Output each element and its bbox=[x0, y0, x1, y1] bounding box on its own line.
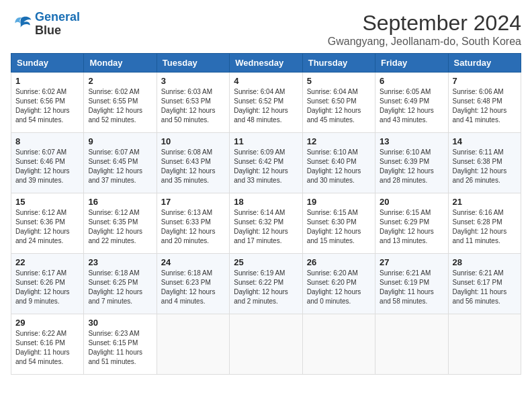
week-row-2: 8Sunrise: 6:07 AMSunset: 6:46 PMDaylight… bbox=[11, 133, 521, 193]
calendar-cell bbox=[230, 314, 302, 375]
calendar-cell bbox=[157, 314, 229, 375]
day-info: Sunrise: 6:03 AMSunset: 6:53 PMDaylight:… bbox=[161, 87, 225, 125]
day-info: Sunrise: 6:13 AMSunset: 6:33 PMDaylight:… bbox=[161, 208, 225, 246]
calendar-cell: 5Sunrise: 6:04 AMSunset: 6:50 PMDaylight… bbox=[302, 73, 375, 133]
calendar-cell: 4Sunrise: 6:04 AMSunset: 6:52 PMDaylight… bbox=[230, 73, 302, 133]
day-info: Sunrise: 6:12 AMSunset: 6:36 PMDaylight:… bbox=[15, 208, 79, 246]
day-number: 27 bbox=[380, 257, 443, 267]
week-row-4: 22Sunrise: 6:17 AMSunset: 6:26 PMDayligh… bbox=[11, 254, 521, 314]
day-info: Sunrise: 6:07 AMSunset: 6:45 PMDaylight:… bbox=[88, 148, 152, 185]
calendar-cell: 7Sunrise: 6:06 AMSunset: 6:48 PMDaylight… bbox=[448, 73, 521, 133]
calendar-cell: 6Sunrise: 6:05 AMSunset: 6:49 PMDaylight… bbox=[375, 73, 448, 133]
day-number: 30 bbox=[88, 318, 152, 328]
day-info: Sunrise: 6:05 AMSunset: 6:49 PMDaylight:… bbox=[380, 87, 443, 125]
calendar-cell: 29Sunrise: 6:22 AMSunset: 6:16 PMDayligh… bbox=[11, 314, 84, 375]
day-info: Sunrise: 6:08 AMSunset: 6:43 PMDaylight:… bbox=[161, 148, 225, 185]
day-info: Sunrise: 6:23 AMSunset: 6:15 PMDaylight:… bbox=[88, 329, 152, 367]
day-number: 11 bbox=[234, 136, 298, 146]
day-number: 26 bbox=[307, 257, 371, 267]
day-info: Sunrise: 6:12 AMSunset: 6:35 PMDaylight:… bbox=[88, 208, 152, 246]
logo: General Blue bbox=[11, 11, 80, 38]
calendar-cell: 21Sunrise: 6:16 AMSunset: 6:28 PMDayligh… bbox=[448, 193, 521, 254]
day-info: Sunrise: 6:11 AMSunset: 6:38 PMDaylight:… bbox=[453, 148, 517, 185]
calendar-cell bbox=[302, 314, 375, 375]
day-info: Sunrise: 6:10 AMSunset: 6:40 PMDaylight:… bbox=[307, 148, 371, 185]
day-number: 21 bbox=[453, 197, 517, 207]
day-number: 8 bbox=[15, 136, 79, 146]
calendar-cell: 3Sunrise: 6:03 AMSunset: 6:53 PMDaylight… bbox=[157, 73, 229, 133]
calendar-cell: 26Sunrise: 6:20 AMSunset: 6:20 PMDayligh… bbox=[302, 254, 375, 314]
day-number: 3 bbox=[161, 76, 225, 86]
day-number: 5 bbox=[307, 76, 371, 86]
calendar-cell: 22Sunrise: 6:17 AMSunset: 6:26 PMDayligh… bbox=[11, 254, 84, 314]
day-number: 19 bbox=[307, 197, 371, 207]
col-header-monday: Monday bbox=[84, 54, 157, 73]
day-info: Sunrise: 6:02 AMSunset: 6:56 PMDaylight:… bbox=[15, 87, 79, 125]
calendar-cell: 25Sunrise: 6:19 AMSunset: 6:22 PMDayligh… bbox=[230, 254, 302, 314]
day-info: Sunrise: 6:15 AMSunset: 6:30 PMDaylight:… bbox=[307, 208, 371, 246]
day-number: 1 bbox=[15, 76, 79, 86]
day-info: Sunrise: 6:04 AMSunset: 6:52 PMDaylight:… bbox=[234, 87, 298, 125]
day-info: Sunrise: 6:02 AMSunset: 6:55 PMDaylight:… bbox=[88, 87, 152, 125]
day-info: Sunrise: 6:14 AMSunset: 6:32 PMDaylight:… bbox=[234, 208, 298, 246]
calendar-cell bbox=[448, 314, 521, 375]
day-number: 20 bbox=[380, 197, 443, 207]
day-info: Sunrise: 6:17 AMSunset: 6:26 PMDaylight:… bbox=[15, 269, 79, 306]
calendar-cell bbox=[375, 314, 448, 375]
calendar-cell: 17Sunrise: 6:13 AMSunset: 6:33 PMDayligh… bbox=[157, 193, 229, 254]
day-number: 12 bbox=[307, 136, 371, 146]
page-header: General Blue September 2024 Gwangyang, J… bbox=[11, 11, 521, 48]
day-info: Sunrise: 6:07 AMSunset: 6:46 PMDaylight:… bbox=[15, 148, 79, 185]
day-number: 18 bbox=[234, 197, 298, 207]
day-number: 6 bbox=[380, 76, 443, 86]
calendar-cell: 9Sunrise: 6:07 AMSunset: 6:45 PMDaylight… bbox=[84, 133, 157, 193]
day-info: Sunrise: 6:18 AMSunset: 6:23 PMDaylight:… bbox=[161, 269, 225, 306]
week-row-5: 29Sunrise: 6:22 AMSunset: 6:16 PMDayligh… bbox=[11, 314, 521, 375]
calendar-cell: 11Sunrise: 6:09 AMSunset: 6:42 PMDayligh… bbox=[230, 133, 302, 193]
day-number: 29 bbox=[15, 318, 79, 328]
calendar-cell: 1Sunrise: 6:02 AMSunset: 6:56 PMDaylight… bbox=[11, 73, 84, 133]
col-header-thursday: Thursday bbox=[302, 54, 375, 73]
day-number: 14 bbox=[453, 136, 517, 146]
day-info: Sunrise: 6:21 AMSunset: 6:19 PMDaylight:… bbox=[380, 269, 443, 306]
day-info: Sunrise: 6:18 AMSunset: 6:25 PMDaylight:… bbox=[88, 269, 152, 306]
day-number: 22 bbox=[15, 257, 79, 267]
day-number: 7 bbox=[453, 76, 517, 86]
day-info: Sunrise: 6:06 AMSunset: 6:48 PMDaylight:… bbox=[453, 87, 517, 125]
day-info: Sunrise: 6:16 AMSunset: 6:28 PMDaylight:… bbox=[453, 208, 517, 246]
calendar-cell: 13Sunrise: 6:10 AMSunset: 6:39 PMDayligh… bbox=[375, 133, 448, 193]
calendar-cell: 10Sunrise: 6:08 AMSunset: 6:43 PMDayligh… bbox=[157, 133, 229, 193]
day-info: Sunrise: 6:09 AMSunset: 6:42 PMDaylight:… bbox=[234, 148, 298, 185]
day-info: Sunrise: 6:10 AMSunset: 6:39 PMDaylight:… bbox=[380, 148, 443, 185]
calendar-header-row: SundayMondayTuesdayWednesdayThursdayFrid… bbox=[11, 54, 521, 73]
calendar-cell: 2Sunrise: 6:02 AMSunset: 6:55 PMDaylight… bbox=[84, 73, 157, 133]
location-subtitle: Gwangyang, Jeollanam-do, South Korea bbox=[328, 36, 521, 48]
calendar-cell: 30Sunrise: 6:23 AMSunset: 6:15 PMDayligh… bbox=[84, 314, 157, 375]
month-title: September 2024 bbox=[328, 11, 521, 36]
day-number: 4 bbox=[234, 76, 298, 86]
day-number: 10 bbox=[161, 136, 225, 146]
calendar-cell: 12Sunrise: 6:10 AMSunset: 6:40 PMDayligh… bbox=[302, 133, 375, 193]
calendar-cell: 15Sunrise: 6:12 AMSunset: 6:36 PMDayligh… bbox=[11, 193, 84, 254]
logo-text: General Blue bbox=[35, 11, 80, 38]
calendar-cell: 14Sunrise: 6:11 AMSunset: 6:38 PMDayligh… bbox=[448, 133, 521, 193]
calendar-table: SundayMondayTuesdayWednesdayThursdayFrid… bbox=[11, 53, 521, 375]
calendar-cell: 8Sunrise: 6:07 AMSunset: 6:46 PMDaylight… bbox=[11, 133, 84, 193]
day-number: 2 bbox=[88, 76, 152, 86]
col-header-wednesday: Wednesday bbox=[230, 54, 302, 73]
col-header-friday: Friday bbox=[375, 54, 448, 73]
calendar-cell: 20Sunrise: 6:15 AMSunset: 6:29 PMDayligh… bbox=[375, 193, 448, 254]
day-info: Sunrise: 6:15 AMSunset: 6:29 PMDaylight:… bbox=[380, 208, 443, 246]
day-info: Sunrise: 6:04 AMSunset: 6:50 PMDaylight:… bbox=[307, 87, 371, 125]
calendar-cell: 28Sunrise: 6:21 AMSunset: 6:17 PMDayligh… bbox=[448, 254, 521, 314]
col-header-tuesday: Tuesday bbox=[157, 54, 229, 73]
day-number: 23 bbox=[88, 257, 152, 267]
day-number: 9 bbox=[88, 136, 152, 146]
day-number: 16 bbox=[88, 197, 152, 207]
calendar-cell: 24Sunrise: 6:18 AMSunset: 6:23 PMDayligh… bbox=[157, 254, 229, 314]
day-number: 28 bbox=[453, 257, 517, 267]
calendar-cell: 27Sunrise: 6:21 AMSunset: 6:19 PMDayligh… bbox=[375, 254, 448, 314]
day-info: Sunrise: 6:21 AMSunset: 6:17 PMDaylight:… bbox=[453, 269, 517, 306]
week-row-3: 15Sunrise: 6:12 AMSunset: 6:36 PMDayligh… bbox=[11, 193, 521, 254]
day-number: 25 bbox=[234, 257, 298, 267]
